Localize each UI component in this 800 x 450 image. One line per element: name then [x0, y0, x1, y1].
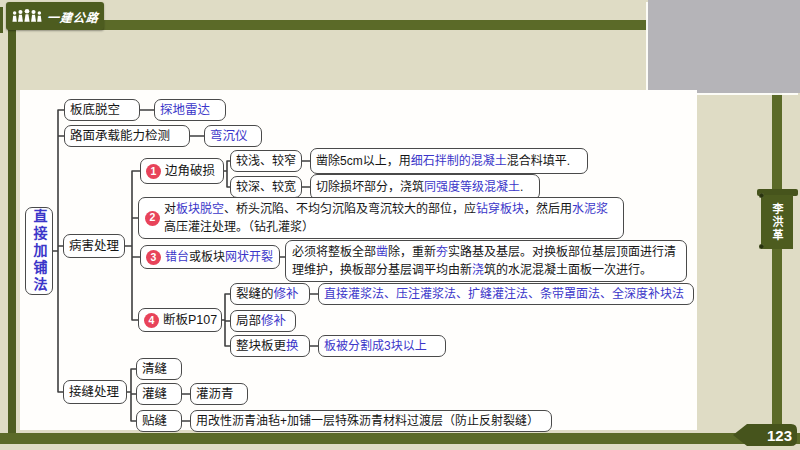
camera-placeholder	[648, 0, 800, 93]
marker-4: 4	[144, 313, 159, 328]
page-number-ribbon: 123	[732, 423, 798, 447]
brand-banner: 一建公路	[6, 2, 104, 30]
node-partial-repair: 局部修补	[230, 310, 296, 332]
brand-title: 一建公路	[46, 8, 100, 25]
marker-3: 3	[146, 250, 161, 265]
node-ground-penetrating-radar: 探地雷达	[154, 99, 226, 121]
node-broken-slab: 4 断板P107	[138, 308, 222, 332]
node-whole-slab-replacement: 整块板更换	[230, 335, 310, 357]
node-crack-repair-methods: 直接灌浆法、压注灌浆法、扩缝灌注法、条带罩面法、全深度补块法	[318, 283, 694, 305]
node-crack-repair: 裂缝的修补	[230, 283, 310, 305]
left-frame-pole	[8, 22, 16, 444]
node-joint-treatment: 接缝处理	[63, 380, 127, 404]
pin-icon	[759, 244, 764, 249]
bottom-frame-bar	[0, 433, 800, 444]
people-icon	[11, 6, 43, 26]
node-slab-replacement-detail: 必须将整板全部凿除，重新夯实路基及基层。对换板部位基层顶面进行清理维护，换板部分…	[285, 240, 687, 282]
node-faulting-network-cracking: 3 错台或板块网状开裂	[140, 245, 280, 269]
node-root-direct-overlay: 直接加铺法	[25, 207, 53, 295]
node-shallow-narrow: 较浅、较窄	[230, 150, 302, 172]
node-void-settlement-grouting: 2 对板块脱空、桥头沉陷、不均匀沉陷及弯沉较大的部位，应钻穿板块，然后用水泥浆高…	[138, 197, 624, 239]
node-slab-bottom-void: 板底脱空	[64, 99, 140, 121]
left-edge-stub	[0, 7, 3, 33]
marker-1: 1	[146, 164, 161, 179]
node-disease-treatment: 病害处理	[63, 234, 125, 258]
author-banner: 李洪革	[761, 195, 793, 249]
node-deflectometer: 弯沉仪	[204, 125, 262, 147]
node-seal-joint: 贴缝	[136, 410, 182, 432]
page-number: 123	[767, 427, 792, 444]
slide-canvas: 直接加铺法 板底脱空 探地雷达 路面承载能力检测 弯沉仪 病害处理 1 边角破损…	[20, 90, 697, 430]
marker-2: 2	[145, 211, 160, 226]
node-corner-damage: 1 边角破损	[140, 158, 224, 184]
node-clean-joint: 清缝	[136, 358, 182, 380]
node-slab-split-3-or-more: 板被分割成3块以上	[318, 335, 446, 357]
node-pour-asphalt: 灌沥青	[190, 383, 248, 405]
author-name: 李洪革	[769, 203, 785, 242]
node-bearing-capacity-test: 路面承载能力检测	[64, 125, 190, 147]
node-seal-joint-detail: 用改性沥青油毡+加铺一层特殊沥青材料过渡层（防止反射裂缝）	[190, 410, 552, 432]
pin-icon	[759, 193, 764, 198]
node-fill-joint: 灌缝	[136, 383, 182, 405]
node-deep-wide: 较深、较宽	[230, 176, 302, 198]
node-shallow-narrow-detail: 凿除5cm以上，用细石拌制的混凝土混合料填平.	[310, 148, 588, 174]
